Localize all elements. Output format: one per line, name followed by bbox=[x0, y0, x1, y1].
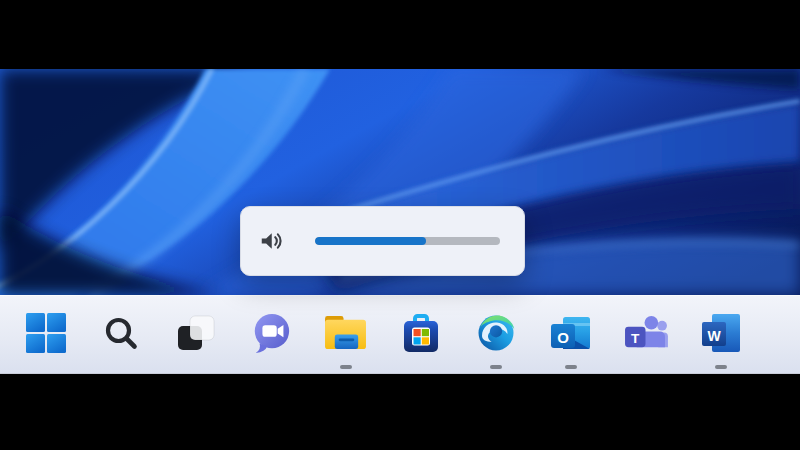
file-explorer-icon bbox=[323, 314, 368, 353]
taskbar-button-teams[interactable]: T bbox=[608, 301, 683, 365]
edge-icon bbox=[475, 312, 517, 354]
running-indicator bbox=[340, 365, 352, 369]
teams-icon: T bbox=[623, 314, 668, 353]
word-icon: W bbox=[700, 312, 742, 354]
svg-text:T: T bbox=[631, 330, 640, 345]
taskbar: O T bbox=[0, 295, 800, 374]
windows-start-icon bbox=[26, 313, 66, 353]
taskbar-button-chat[interactable] bbox=[233, 301, 308, 365]
task-view-icon bbox=[176, 314, 216, 352]
svg-text:W: W bbox=[707, 328, 721, 344]
desktop: O T bbox=[0, 69, 800, 374]
volume-slider-fill bbox=[315, 237, 426, 245]
running-indicator bbox=[565, 365, 577, 369]
running-indicator bbox=[490, 365, 502, 369]
taskbar-button-edge[interactable] bbox=[458, 301, 533, 365]
microsoft-store-icon bbox=[400, 310, 442, 356]
speaker-volume-icon[interactable] bbox=[257, 225, 289, 257]
taskbar-button-word[interactable]: W bbox=[683, 301, 758, 365]
chat-icon bbox=[250, 312, 292, 354]
speaker-glyph bbox=[258, 226, 288, 256]
taskbar-button-start[interactable] bbox=[8, 301, 83, 365]
taskbar-button-store[interactable] bbox=[383, 301, 458, 365]
taskbar-button-file-explorer[interactable] bbox=[308, 301, 383, 365]
volume-flyout bbox=[240, 206, 525, 276]
letterbox-bottom bbox=[0, 374, 800, 450]
outlook-icon: O bbox=[550, 313, 592, 353]
svg-text:O: O bbox=[557, 329, 569, 346]
search-icon bbox=[102, 314, 140, 352]
taskbar-button-search[interactable] bbox=[83, 301, 158, 365]
volume-slider[interactable] bbox=[315, 237, 500, 245]
letterbox-top bbox=[0, 0, 800, 69]
taskbar-button-task-view[interactable] bbox=[158, 301, 233, 365]
taskbar-icon-row: O T bbox=[8, 301, 758, 365]
running-indicator bbox=[715, 365, 727, 369]
taskbar-button-outlook[interactable]: O bbox=[533, 301, 608, 365]
screen: O T bbox=[0, 0, 800, 450]
